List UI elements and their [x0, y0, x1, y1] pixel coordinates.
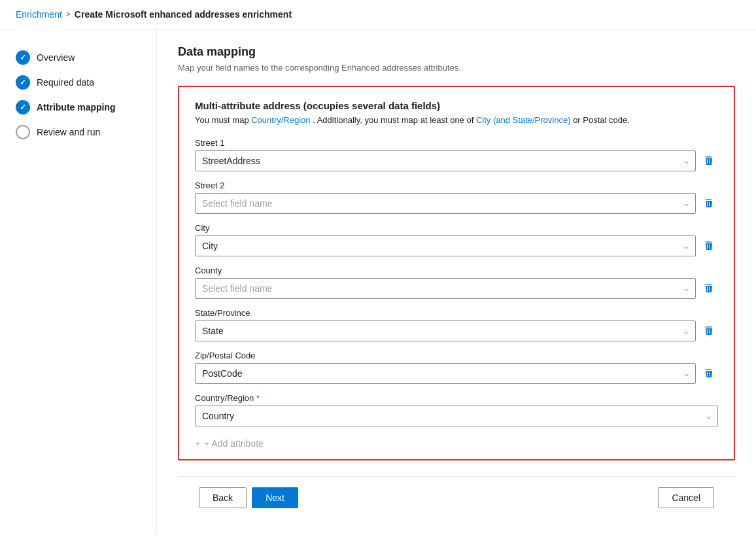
select-zip[interactable]: PostCode ⌵	[195, 363, 696, 384]
field-county: County Select field name ⌵	[195, 266, 718, 299]
label-city: City	[195, 223, 718, 233]
sidebar-label-required-data: Required data	[37, 77, 94, 88]
page-subtitle: Map your field names to the correspondin…	[178, 63, 735, 73]
sidebar-item-overview[interactable]: Overview	[0, 45, 156, 70]
desc-suffix: or Postal code.	[573, 115, 630, 125]
field-zip-postal: Zip/Postal Code PostCode ⌵	[195, 351, 718, 384]
sidebar-item-attribute-mapping[interactable]: Attribute mapping	[0, 95, 156, 120]
select-county[interactable]: Select field name ⌵	[195, 278, 696, 299]
field-state-province: State/Province State ⌵	[195, 308, 718, 341]
plus-icon: +	[195, 438, 200, 449]
select-value-city: City	[202, 241, 684, 251]
sidebar-label-overview: Overview	[37, 52, 75, 63]
desc-middle: . Additionally, you must map at least on…	[313, 115, 476, 125]
sidebar-label-review-run: Review and run	[37, 127, 100, 137]
step-icon-required-data	[16, 75, 30, 90]
add-attribute-label: + Add attribute	[204, 438, 264, 449]
field-street1: Street 1 StreetAddress ⌵	[195, 138, 718, 171]
label-state-province: State/Province	[195, 308, 718, 318]
field-city: City City ⌵	[195, 223, 718, 256]
required-asterisk: *	[256, 393, 260, 403]
chevron-down-icon-county: ⌵	[684, 284, 689, 293]
select-value-zip: PostCode	[202, 368, 684, 379]
desc-link-country: Country/Region	[251, 115, 310, 125]
sidebar-label-attribute-mapping: Attribute mapping	[37, 102, 116, 113]
desc-prefix: You must map	[195, 115, 251, 125]
delete-button-county[interactable]	[700, 279, 718, 298]
add-attribute-button: + + Add attribute	[195, 436, 718, 451]
chevron-down-icon-state: ⌵	[684, 326, 689, 336]
label-county: County	[195, 266, 718, 275]
label-street1: Street 1	[195, 138, 718, 148]
breadcrumb: Enrichment > Create Microsoft enhanced a…	[0, 0, 756, 29]
desc-link-city: City (and State/Province)	[476, 115, 571, 125]
select-wrapper-state: State ⌵	[195, 320, 718, 341]
breadcrumb-link[interactable]: Enrichment	[16, 9, 62, 20]
delete-button-zip[interactable]	[700, 364, 718, 383]
back-button[interactable]: Back	[199, 487, 247, 508]
select-value-street1: StreetAddress	[202, 156, 684, 166]
select-placeholder-street2: Select field name	[202, 198, 684, 209]
select-wrapper-city: City ⌵	[195, 235, 718, 256]
select-street1[interactable]: StreetAddress ⌵	[195, 150, 696, 171]
chevron-down-icon-city: ⌵	[684, 241, 689, 251]
select-wrapper-street1: StreetAddress ⌵	[195, 150, 718, 171]
footer: Back Next Cancel	[178, 476, 735, 519]
label-zip-postal: Zip/Postal Code	[195, 351, 718, 360]
select-city[interactable]: City ⌵	[195, 235, 696, 256]
breadcrumb-separator: >	[66, 10, 71, 19]
label-country-region: Country/Region *	[195, 393, 718, 403]
main-content: Data mapping Map your field names to the…	[157, 29, 756, 534]
select-street2[interactable]: Select field name ⌵	[195, 193, 696, 214]
step-icon-attribute-mapping	[16, 100, 30, 114]
select-value-country: Country	[202, 411, 706, 421]
select-value-state: State	[202, 326, 684, 336]
field-street2: Street 2 Select field name ⌵	[195, 181, 718, 214]
next-button[interactable]: Next	[252, 487, 298, 508]
sidebar: Overview Required data Attribute mapping…	[0, 29, 157, 534]
select-wrapper-zip: PostCode ⌵	[195, 363, 718, 384]
select-country[interactable]: Country ⌵	[195, 406, 718, 426]
step-icon-overview	[16, 50, 30, 65]
delete-button-city[interactable]	[700, 237, 718, 255]
step-icon-review-run	[16, 125, 30, 139]
breadcrumb-current: Create Microsoft enhanced addresses enri…	[75, 9, 292, 20]
delete-button-state[interactable]	[700, 322, 718, 340]
chevron-down-icon-zip: ⌵	[684, 369, 689, 378]
chevron-down-icon-street1: ⌵	[684, 156, 689, 165]
delete-button-street2[interactable]	[700, 194, 718, 213]
sidebar-item-required-data[interactable]: Required data	[0, 70, 156, 95]
chevron-down-icon-country: ⌵	[706, 411, 711, 421]
card-title: Multi-attribute address (occupies severa…	[195, 100, 718, 111]
page-title: Data mapping	[178, 45, 735, 59]
card-description: You must map Country/Region . Additional…	[195, 115, 718, 125]
select-wrapper-country: Country ⌵	[195, 406, 718, 426]
mapping-card: Multi-attribute address (occupies severa…	[178, 86, 735, 460]
select-wrapper-county: Select field name ⌵	[195, 278, 718, 299]
page-layout: Overview Required data Attribute mapping…	[0, 29, 756, 534]
label-street2: Street 2	[195, 181, 718, 190]
select-wrapper-street2: Select field name ⌵	[195, 193, 718, 214]
chevron-down-icon-street2: ⌵	[684, 199, 689, 208]
field-country-region: Country/Region * Country ⌵	[195, 393, 718, 426]
sidebar-item-review-run[interactable]: Review and run	[0, 120, 156, 145]
select-state[interactable]: State ⌵	[195, 320, 696, 341]
delete-button-street1[interactable]	[700, 152, 718, 170]
cancel-button[interactable]: Cancel	[658, 487, 714, 508]
select-placeholder-county: Select field name	[202, 283, 684, 294]
